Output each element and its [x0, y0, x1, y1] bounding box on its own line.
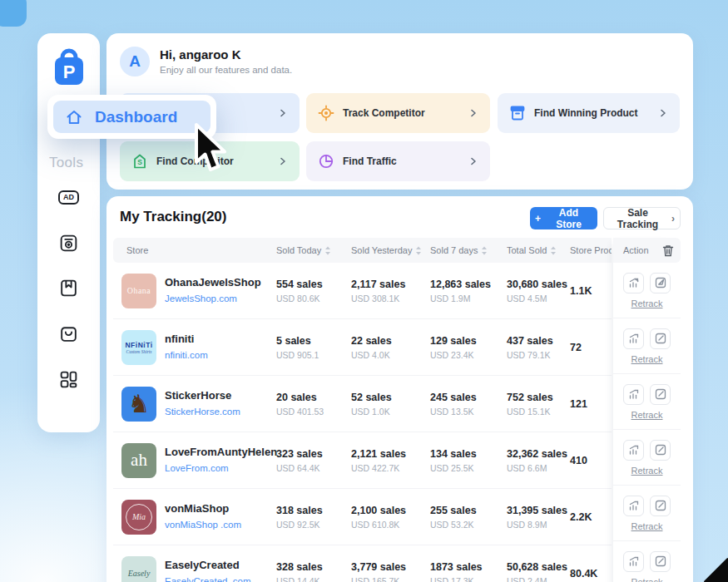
store-domain-link[interactable]: EaselyCreated .com	[165, 576, 251, 582]
retrack-link[interactable]: Retrack	[631, 298, 663, 308]
retrack-link[interactable]: Retrack	[631, 521, 663, 531]
document-target-icon[interactable]	[37, 230, 100, 255]
sold-today-value: 554 sales	[276, 279, 351, 290]
action-row: Retrack	[613, 318, 681, 374]
feature-label: Find Winning Product	[534, 107, 650, 119]
action-row: Retrack	[613, 374, 681, 430]
edit-icon[interactable]	[650, 440, 671, 461]
col-sold-today[interactable]: Sold Today	[276, 245, 351, 256]
retrack-link[interactable]: Retrack	[631, 410, 663, 420]
store-name: LoveFromAuntyHelen	[165, 446, 277, 459]
sold-yesterday-value: 2,121 sales	[351, 448, 430, 460]
store-name: nfiniti	[165, 333, 208, 346]
feature-label: Find Traffic	[343, 155, 460, 167]
col-store-products[interactable]: Store Products	[570, 245, 612, 255]
stats-chart-icon[interactable]	[623, 328, 644, 349]
col-store: Store	[113, 245, 276, 255]
action-header: Action	[613, 238, 681, 263]
sold-7days-value: 245 sales	[430, 392, 507, 403]
table-row[interactable]: NFiNiTi Custom Shirts nfiniti nfiniti.co…	[113, 319, 612, 376]
trash-icon[interactable]	[662, 244, 674, 257]
stats-chart-icon[interactable]	[623, 384, 644, 405]
chevron-right-icon	[468, 108, 478, 118]
sold-today-value: 328 sales	[276, 561, 351, 573]
table-row[interactable]: ♞ StickerHorse StickerHorse.com 20 sales…	[113, 376, 612, 432]
action-row: Retrack	[613, 486, 681, 541]
store-domain-link[interactable]: vonMiaShop .com	[165, 520, 241, 530]
sold-7days-value: 1873 sales	[430, 561, 507, 573]
sold-yesterday-value: 3,779 sales	[351, 561, 430, 573]
retrack-link[interactable]: Retrack	[631, 577, 663, 582]
store-domain-link[interactable]: nfiniti.com	[165, 350, 208, 360]
sold-yesterday-value: 52 sales	[351, 392, 430, 403]
store-domain-link[interactable]: LoveFrom.com	[165, 463, 229, 473]
shopping-bag-icon[interactable]	[37, 321, 100, 346]
col-sold-7-days[interactable]: Sold 7 days	[430, 245, 507, 256]
store-logo: Ohana	[121, 274, 156, 308]
action-row: Retrack	[613, 430, 681, 486]
sort-icon	[324, 245, 331, 256]
app-canvas: P Tools AD	[0, 0, 728, 582]
sort-icon	[550, 245, 557, 256]
ad-badge-icon[interactable]: AD	[37, 185, 100, 210]
sort-icon	[481, 245, 488, 256]
sidebar: P Tools AD	[37, 33, 100, 432]
background-corner-accent	[0, 0, 27, 27]
stats-chart-icon[interactable]	[623, 496, 644, 516]
svg-text:P: P	[63, 62, 76, 82]
chevron-right-icon	[658, 108, 668, 118]
edit-icon[interactable]	[650, 551, 671, 572]
tracking-table: Store Sold Today Sold Yesterday Sold 7 d…	[113, 238, 612, 582]
plus-icon: +	[535, 213, 541, 224]
target-icon	[318, 105, 334, 121]
store-name: vonMiaShop	[165, 502, 241, 515]
store-name: StickerHorse	[165, 389, 240, 402]
shop-house-icon: S	[131, 153, 148, 170]
store-products-value: 80.4K	[570, 568, 612, 580]
table-row[interactable]: Ohana OhanaJewelsShop JewelsShop.com 554…	[113, 263, 612, 319]
feature-card-track-competitor[interactable]: Track Competitor	[306, 93, 490, 133]
grid-layout-icon[interactable]	[37, 367, 100, 392]
retrack-link[interactable]: Retrack	[631, 354, 663, 364]
total-sold-value: 752 sales	[507, 392, 570, 403]
total-sold-value: 50,628 sales	[507, 561, 570, 573]
stats-chart-icon[interactable]	[623, 440, 644, 461]
store-name: OhanaJewelsShop	[165, 276, 261, 289]
total-sold-value: 30,680 sales	[507, 279, 570, 290]
chevron-right-icon	[468, 156, 478, 166]
edit-icon[interactable]	[650, 384, 671, 405]
app-logo-shopping-bag-icon[interactable]: P	[52, 47, 87, 90]
sale-tracking-button[interactable]: Sale Tracking ›	[603, 207, 681, 229]
table-header-row: Store Sold Today Sold Yesterday Sold 7 d…	[113, 238, 612, 263]
stats-chart-icon[interactable]	[623, 551, 644, 572]
sidebar-item-dashboard[interactable]: Dashboard	[53, 101, 210, 133]
total-sold-value: 437 sales	[507, 335, 570, 347]
greeting-title: Hi, angaroo K	[160, 47, 241, 62]
sold-today-value: 5 sales	[276, 335, 351, 347]
avatar[interactable]: A	[120, 47, 150, 76]
edit-icon[interactable]	[650, 328, 671, 349]
edit-icon[interactable]	[650, 273, 671, 293]
total-sold-value: 32,362 sales	[507, 448, 570, 460]
table-row[interactable]: ah LoveFromAuntyHelen LoveFrom.com 323 s…	[113, 432, 612, 489]
feature-card-find-winning-product[interactable]: Find Winning Product	[498, 93, 680, 133]
bookmark-book-icon[interactable]	[37, 275, 100, 300]
col-total-sold[interactable]: Total Sold	[507, 245, 570, 256]
col-sold-yesterday[interactable]: Sold Yesterday	[351, 245, 430, 256]
sold-7days-value: 134 sales	[430, 448, 507, 460]
store-products-value: 2.2K	[570, 511, 612, 523]
retrack-link[interactable]: Retrack	[631, 466, 663, 476]
dashboard-label: Dashboard	[95, 108, 177, 126]
table-row[interactable]: Mia vonMiaShop vonMiaShop .com 318 sales…	[113, 489, 612, 545]
home-icon	[64, 107, 84, 127]
stats-chart-icon[interactable]	[623, 273, 644, 293]
store-logo: Easely	[121, 556, 156, 582]
add-store-button[interactable]: + Add Store	[530, 207, 597, 229]
edit-icon[interactable]	[650, 496, 671, 516]
table-row[interactable]: Easely EaselyCreated EaselyCreated .com …	[113, 545, 612, 582]
store-domain-link[interactable]: JewelsShop.com	[165, 293, 237, 303]
store-logo: ♞	[121, 387, 156, 422]
action-column: Action Retrack	[613, 238, 681, 582]
feature-card-find-traffic[interactable]: Find Traffic	[306, 141, 490, 181]
store-domain-link[interactable]: StickerHorse.com	[165, 407, 240, 417]
